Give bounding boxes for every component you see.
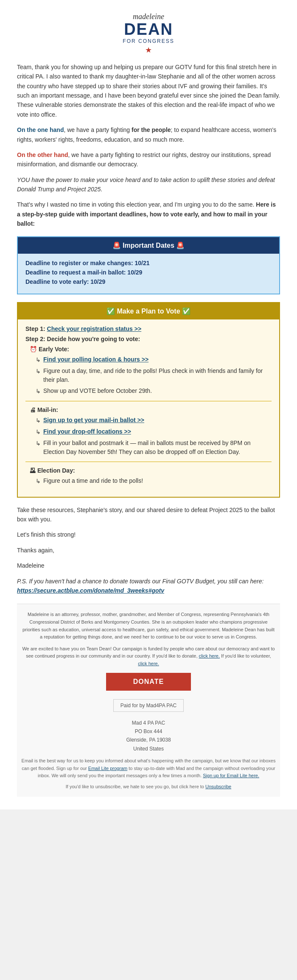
mail-bullet-arrow-2: ↳ <box>36 428 41 437</box>
unsubscribe-prefix: If you'd like to unsubscribe, we hate to… <box>66 784 205 789</box>
dropoff-link[interactable]: Find your drop-off locations >> <box>43 427 131 436</box>
email-lite-link[interactable]: Email Lite program <box>88 766 127 771</box>
mail-in-text: Mail-in: <box>37 406 58 413</box>
make-plan-header: ✅ Make a Plan to Vote ✅ <box>18 303 279 319</box>
on-one-hand-label: On the one hand <box>17 126 64 133</box>
early-vote-section: ⏰ Early Vote: ↳ Find your polling locati… <box>25 346 272 396</box>
logo-star: ★ <box>17 45 280 55</box>
election-day-text: Election Day: <box>37 467 75 474</box>
mail-in-text-3: Fill in your ballot and postmark it — ma… <box>43 439 272 456</box>
polling-location-link[interactable]: Find your polling location & hours >> <box>43 356 148 363</box>
address-line3: Glenside, PA 19038 <box>21 736 276 744</box>
sign-up-lite-link[interactable]: Sign up for Email Lite here. <box>203 773 259 778</box>
paid-for-label: Paid for by Mad4PA PAC <box>113 699 184 712</box>
mail-in-bullet-3: ↳ Fill in your ballot and postmark it — … <box>30 439 272 456</box>
bullet-arrow-1: ↳ <box>36 356 41 364</box>
closing-p2: Let's finish this strong! <box>17 530 280 539</box>
deadline-3: Deadline to vote early: 10/29 <box>25 278 272 285</box>
mail-signup-link[interactable]: Sign up to get your mail-in ballot >> <box>43 416 144 425</box>
mail-in-bullet-2: ↳ Find your drop-off locations >> <box>30 427 272 437</box>
footer-email-note: Email is the best way for us to keep you… <box>21 757 276 780</box>
footer-donate-link[interactable]: click here. <box>199 653 220 658</box>
election-day-bullet-1: ↳ Figure out a time and ride to the poll… <box>30 476 272 486</box>
urging-paragraph: That's why I wasted no time in voting th… <box>17 200 280 228</box>
early-vote-text: Early Vote: <box>39 346 69 353</box>
address-line1: Mad 4 PA PAC <box>21 719 276 727</box>
ps-text: P.S. If you haven't had a chance to dona… <box>17 578 263 585</box>
bullet-arrow-2: ↳ <box>36 367 41 376</box>
mail-in-icon: 🖨 <box>30 406 36 413</box>
early-vote-icon: ⏰ <box>30 346 37 353</box>
logo-dean: DEAN <box>17 21 280 37</box>
early-vote-bullet-3: ↳ Show up and VOTE before October 29th. <box>30 386 272 396</box>
deadline-2: Deadline to request a mail-in ballot: 10… <box>25 269 272 276</box>
election-bullet-arrow-1: ↳ <box>36 477 41 486</box>
urging-start: That's why I wasted no time in voting th… <box>17 201 256 208</box>
election-day-text-1: Figure out a time and ride to the polls! <box>43 476 143 485</box>
unsubscribe-link[interactable]: Unsubscribe <box>205 784 231 789</box>
footer-section: Madeleine is an attorney, professor, mot… <box>17 604 280 797</box>
election-day-label: 🗳 Election Day: <box>30 467 272 474</box>
italic-paragraph: YOU have the power to make your voice he… <box>17 175 280 194</box>
divider-2 <box>25 462 272 462</box>
early-vote-bullet-1: ↳ Find your polling location & hours >> <box>30 355 272 364</box>
mail-in-bullet-1: ↳ Sign up to get your mail-in ballot >> <box>30 416 272 425</box>
on-one-hand-paragraph: On the one hand, we have a party fightin… <box>17 125 280 144</box>
footer-volunteer-link[interactable]: click here. <box>138 661 159 666</box>
divider-1 <box>25 401 272 401</box>
election-day-section: 🗳 Election Day: ↳ Figure out a time and … <box>25 467 272 486</box>
deadline-1: Deadline to register or make changes: 10… <box>25 260 272 266</box>
election-day-icon: 🗳 <box>30 467 36 474</box>
make-plan-box: ✅ Make a Plan to Vote ✅ Step 1: Check yo… <box>17 302 280 498</box>
check-registration-link[interactable]: Check your registration status >> <box>47 325 142 332</box>
important-dates-box: 🚨 Important Dates 🚨 Deadline to register… <box>17 236 280 294</box>
mail-bullet-arrow-3: ↳ <box>36 439 41 448</box>
on-other-hand-paragraph: On the other hand, we have a party fight… <box>17 150 280 169</box>
step2-label: Step 2: Decide how you're going to vote: <box>25 336 272 342</box>
mail-bullet-arrow-1: ↳ <box>36 416 41 425</box>
footer-address: Mad 4 PA PAC PO Box 444 Glenside, PA 190… <box>21 719 276 753</box>
step1-line: Step 1: Check your registration status >… <box>25 325 272 332</box>
mail-in-section: 🖨 Mail-in: ↳ Sign up to get your mail-in… <box>25 406 272 456</box>
closing-p1: Take these resources, Stephanie's story,… <box>17 505 280 524</box>
important-dates-header: 🚨 Important Dates 🚨 <box>18 237 279 254</box>
logo-for-congress: FOR CONGRESS <box>17 38 280 44</box>
early-vote-label: ⏰ Early Vote: <box>30 346 272 353</box>
logo-madeleine: madeleine <box>17 13 280 21</box>
step1-label: Step 1: <box>25 325 45 332</box>
logo-area: madeleine DEAN FOR CONGRESS ★ <box>17 8 280 62</box>
donate-button[interactable]: DONATE <box>106 673 191 691</box>
email-container: madeleine DEAN FOR CONGRESS ★ Team, than… <box>0 0 297 809</box>
paid-for-area: Paid for by Mad4PA PAC <box>21 696 276 715</box>
footer-volunteer-text: If you'd like to volunteer, <box>220 653 271 658</box>
footer-bio: Madeleine is an attorney, professor, mot… <box>21 611 276 641</box>
mail-in-label: 🖨 Mail-in: <box>30 406 272 413</box>
make-plan-body: Step 1: Check your registration status >… <box>18 319 279 497</box>
address-line2: PO Box 444 <box>21 727 276 736</box>
on-one-hand-text: , we have a party fighting <box>64 126 132 133</box>
unsubscribe-line: If you'd like to unsubscribe, we hate to… <box>21 783 276 790</box>
early-vote-text-3: Show up and VOTE before October 29th. <box>43 386 152 395</box>
early-vote-text-2: Figure out a day, time, and ride to the … <box>43 367 272 384</box>
closing-p3: Thanks again, <box>17 546 280 555</box>
footer-team-text: We are excited to have you on Team Dean!… <box>21 645 276 668</box>
on-one-hand-bold: for the people <box>132 126 171 133</box>
closing-p4: Madeleine <box>17 561 280 570</box>
early-vote-link-1: Find your polling location & hours >> <box>43 355 148 364</box>
actblue-link[interactable]: https://secure.actblue.com/donate/md_3we… <box>17 587 164 594</box>
intro-paragraph: Team, thank you for showing up and helpi… <box>17 62 280 119</box>
address-line4: United States <box>21 745 276 753</box>
closing-ps: P.S. If you haven't had a chance to dona… <box>17 577 280 596</box>
bullet-arrow-3: ↳ <box>36 387 41 396</box>
early-vote-bullet-2: ↳ Figure out a day, time, and ride to th… <box>30 367 272 384</box>
on-other-hand-label: On the other hand <box>17 151 68 158</box>
important-dates-body: Deadline to register or make changes: 10… <box>18 254 279 294</box>
